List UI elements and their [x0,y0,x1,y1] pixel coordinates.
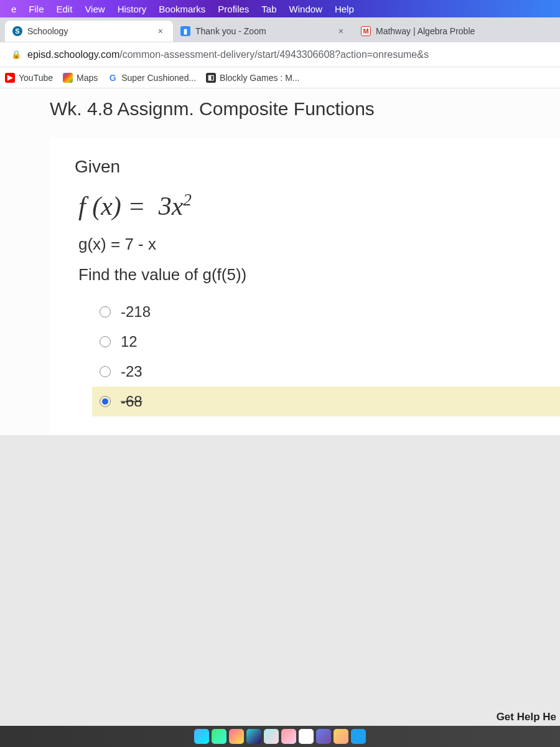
radio-checked-icon [100,396,111,407]
bookmark-label: Maps [77,73,98,83]
menu-item-edit[interactable]: Edit [50,4,79,14]
menu-item-view[interactable]: View [78,4,111,14]
mac-menubar: e File Edit View History Bookmarks Profi… [0,0,560,17]
dock-app-icon[interactable] [334,729,348,744]
option-label: -218 [121,303,151,321]
radio-icon [100,306,111,317]
menu-item-tab[interactable]: Tab [255,4,282,14]
option-label: -23 [121,363,142,380]
dock-app-icon[interactable] [316,729,331,744]
assessment-page: Wk. 4.8 Assignm. Composite Functions Giv… [0,88,560,435]
menu-item-window[interactable]: Window [283,4,329,14]
dock-bar [0,726,560,747]
dock-app-icon[interactable] [212,729,226,744]
option-label: -68 [121,393,142,410]
page-title: Wk. 4.8 Assignm. Composite Functions [0,95,560,138]
close-icon[interactable]: × [156,26,166,36]
dock-app-icon[interactable] [246,729,261,744]
bookmark-maps[interactable]: Maps [63,73,98,83]
formula-gx: g(x) = 7 - x [75,235,541,254]
tab-title: Schoology [27,26,68,36]
zoom-favicon-icon: ▮ [180,26,190,36]
url-host: episd.schoology.com [27,49,119,60]
menu-item-help[interactable]: Help [329,4,360,14]
dock-app-icon[interactable] [351,729,366,744]
question-card: Given f (x) = 3x2 g(x) = 7 - x Find the … [50,138,560,435]
mathway-favicon-icon: M [361,26,371,36]
browser-tab-strip: S Schoology × ▮ Thank you - Zoom × M Mat… [0,17,560,42]
menu-item-bookmarks[interactable]: Bookmarks [152,4,212,14]
bookmark-super-cushioned[interactable]: G Super Cushioned... [108,73,196,83]
dock-app-icon[interactable] [229,729,244,744]
dock-app-icon[interactable] [281,729,296,744]
tab-schoology[interactable]: S Schoology × [5,21,173,42]
option-c[interactable]: -23 [100,357,541,387]
address-bar[interactable]: 🔒 episd.schoology.com /common-assessment… [0,42,560,67]
given-label: Given [75,157,541,177]
radio-icon [100,336,111,347]
google-icon: G [108,73,118,83]
get-help-label[interactable]: Get Help He [497,711,556,723]
question-prompt: Find the value of g(f(5)) [75,265,541,284]
answer-options: -218 12 -23 -68 [75,297,541,416]
dock [194,729,366,744]
dock-app-icon[interactable] [264,729,279,744]
url-path: /common-assessment-delivery/start/494330… [119,49,429,60]
option-a[interactable]: -218 [100,297,541,327]
radio-icon [100,366,111,377]
schoology-favicon-icon: S [12,26,22,36]
youtube-icon: ▶ [5,73,15,83]
menu-item-history[interactable]: History [111,4,153,14]
menu-item-file[interactable]: File [22,4,50,14]
bookmark-label: YouTube [19,73,53,83]
option-d[interactable]: -68 [92,387,560,416]
option-b[interactable]: 12 [100,327,541,357]
blockly-icon: ◧ [206,73,216,83]
bookmarks-bar: ▶ YouTube Maps G Super Cushioned... ◧ Bl… [0,67,560,88]
tab-title: Thank you - Zoom [195,26,266,36]
bookmark-label: Blockly Games : M... [220,73,299,83]
bookmark-blockly[interactable]: ◧ Blockly Games : M... [206,73,299,83]
maps-icon [63,73,73,83]
lock-icon: 🔒 [11,50,21,59]
menu-item-profiles[interactable]: Profiles [212,4,255,14]
formula-fx: f (x) = 3x2 [75,190,541,221]
option-label: 12 [121,333,138,350]
menu-item-appname[interactable]: e [5,4,22,14]
close-icon[interactable]: × [336,26,346,36]
tab-title: Mathway | Algebra Proble [376,26,475,36]
bookmark-youtube[interactable]: ▶ YouTube [5,73,53,83]
dock-app-icon[interactable] [194,729,209,744]
dock-app-icon[interactable] [299,729,314,744]
bookmark-label: Super Cushioned... [121,73,196,83]
tab-zoom[interactable]: ▮ Thank you - Zoom × [173,21,353,42]
tab-mathway[interactable]: M Mathway | Algebra Proble [353,21,560,42]
